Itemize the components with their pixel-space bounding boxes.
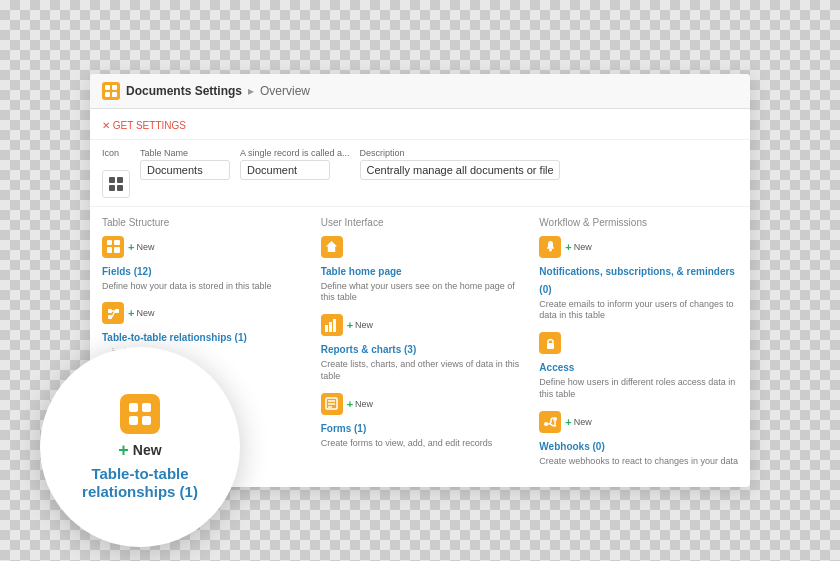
svg-marker-17 xyxy=(326,241,337,252)
card-fields: New Fields (12) Define how your data is … xyxy=(102,236,301,293)
card-reports-header: New xyxy=(321,314,520,336)
spotlight-new-badge[interactable]: + New xyxy=(118,440,161,461)
card-notifications-header: New xyxy=(539,236,738,258)
reports-new-button[interactable]: New xyxy=(347,319,373,331)
webhooks-desc: Create webhooks to react to changes in y… xyxy=(539,456,738,468)
card-reports: New Reports & charts (3) Create lists, c… xyxy=(321,314,520,382)
webhooks-link[interactable]: Webhooks (0) xyxy=(539,441,604,452)
home-link[interactable]: Table home page xyxy=(321,266,402,277)
icon-field: Icon xyxy=(102,148,130,198)
svg-rect-12 xyxy=(108,309,112,313)
svg-rect-13 xyxy=(115,309,119,313)
notifications-desc: Create emails to inform your users of ch… xyxy=(539,299,738,322)
webhooks-icon xyxy=(539,411,561,433)
fields-desc: Define how your data is stored in this t… xyxy=(102,281,301,293)
get-settings-link[interactable]: GET SETTINGS xyxy=(102,120,186,131)
svg-rect-4 xyxy=(109,177,115,183)
record-name-input[interactable] xyxy=(240,160,330,180)
svg-rect-9 xyxy=(114,240,120,245)
section-user-interface: User Interface Table home page Define wh… xyxy=(321,217,520,477)
access-icon xyxy=(539,332,561,354)
section-workflow: Workflow & Permissions New Notifications… xyxy=(539,217,738,477)
table-name-label: Table Name xyxy=(140,148,230,158)
forms-link[interactable]: Forms (1) xyxy=(321,423,367,434)
notifications-icon xyxy=(539,236,561,258)
section-table-structure-title: Table Structure xyxy=(102,217,301,228)
svg-rect-14 xyxy=(108,315,112,319)
svg-rect-7 xyxy=(117,185,123,191)
svg-rect-11 xyxy=(114,247,120,253)
window-header: Documents Settings ▸ Overview xyxy=(90,74,750,109)
home-desc: Define what your users see on the home p… xyxy=(321,281,520,304)
fields-icon xyxy=(102,236,124,258)
header-subtitle: Overview xyxy=(260,84,310,98)
record-name-field: A single record is called a... xyxy=(240,148,350,180)
forms-new-button[interactable]: New xyxy=(347,398,373,410)
header-icon xyxy=(102,82,120,100)
card-home-header xyxy=(321,236,520,258)
svg-rect-2 xyxy=(105,92,110,97)
svg-rect-33 xyxy=(142,416,151,425)
notifications-new-button[interactable]: New xyxy=(565,241,591,253)
home-icon xyxy=(321,236,343,258)
relationships-icon xyxy=(102,302,124,324)
access-desc: Define how users in different roles acce… xyxy=(539,377,738,400)
access-link[interactable]: Access xyxy=(539,362,574,373)
description-field: Description xyxy=(360,148,560,180)
record-name-label: A single record is called a... xyxy=(240,148,350,158)
svg-rect-6 xyxy=(109,185,115,191)
svg-rect-30 xyxy=(129,403,138,412)
card-forms-header: New xyxy=(321,393,520,415)
svg-rect-5 xyxy=(117,177,123,183)
reports-desc: Create lists, charts, and other views of… xyxy=(321,359,520,382)
svg-rect-20 xyxy=(333,319,336,332)
card-webhooks: New Webhooks (0) Create webhooks to reac… xyxy=(539,411,738,468)
card-access-header xyxy=(539,332,738,354)
spotlight-title: Table-to-table relationships (1) xyxy=(40,465,240,501)
section-workflow-title: Workflow & Permissions xyxy=(539,217,738,228)
svg-line-16 xyxy=(112,311,115,317)
fields-new-button[interactable]: New xyxy=(128,241,154,253)
card-forms: New Forms (1) Create forms to view, add,… xyxy=(321,393,520,450)
card-notifications: New Notifications, subscriptions, & remi… xyxy=(539,236,738,322)
spotlight-icon xyxy=(120,394,160,434)
svg-rect-27 xyxy=(547,343,554,349)
svg-rect-0 xyxy=(105,85,110,90)
forms-icon xyxy=(321,393,343,415)
header-title: Documents Settings xyxy=(126,84,242,98)
relationships-new-button[interactable]: New xyxy=(128,307,154,319)
svg-rect-3 xyxy=(112,92,117,97)
svg-rect-18 xyxy=(325,325,328,332)
icon-label: Icon xyxy=(102,148,130,158)
description-label: Description xyxy=(360,148,560,158)
notifications-link[interactable]: Notifications, subscriptions, & reminder… xyxy=(539,266,735,295)
spotlight-circle: + New Table-to-table relationships (1) xyxy=(40,347,240,547)
description-input[interactable] xyxy=(360,160,560,180)
card-webhooks-header: New xyxy=(539,411,738,433)
card-fields-header: New xyxy=(102,236,301,258)
svg-rect-1 xyxy=(112,85,117,90)
action-bar: GET SETTINGS xyxy=(90,109,750,140)
table-name-input[interactable] xyxy=(140,160,230,180)
form-row: Icon Table Name A single record is calle… xyxy=(90,140,750,207)
webhooks-new-button[interactable]: New xyxy=(565,416,591,428)
card-relationships-header: New xyxy=(102,302,301,324)
card-access: Access Define how users in different rol… xyxy=(539,332,738,400)
fields-link[interactable]: Fields (12) xyxy=(102,266,151,277)
spotlight-new-label: New xyxy=(133,442,162,458)
icon-input[interactable] xyxy=(102,170,130,198)
svg-rect-31 xyxy=(142,403,151,412)
svg-point-28 xyxy=(544,422,548,426)
forms-desc: Create forms to view, add, and edit reco… xyxy=(321,438,520,450)
card-home: Table home page Define what your users s… xyxy=(321,236,520,304)
svg-point-29 xyxy=(553,417,557,421)
reports-link[interactable]: Reports & charts (3) xyxy=(321,344,417,355)
reports-icon xyxy=(321,314,343,336)
svg-rect-8 xyxy=(107,240,112,245)
header-sep: ▸ xyxy=(248,84,254,98)
svg-rect-32 xyxy=(129,416,138,425)
section-user-interface-title: User Interface xyxy=(321,217,520,228)
svg-rect-10 xyxy=(107,247,112,253)
relationships-link[interactable]: Table-to-table relationships (1) xyxy=(102,332,247,343)
svg-point-26 xyxy=(549,249,552,252)
